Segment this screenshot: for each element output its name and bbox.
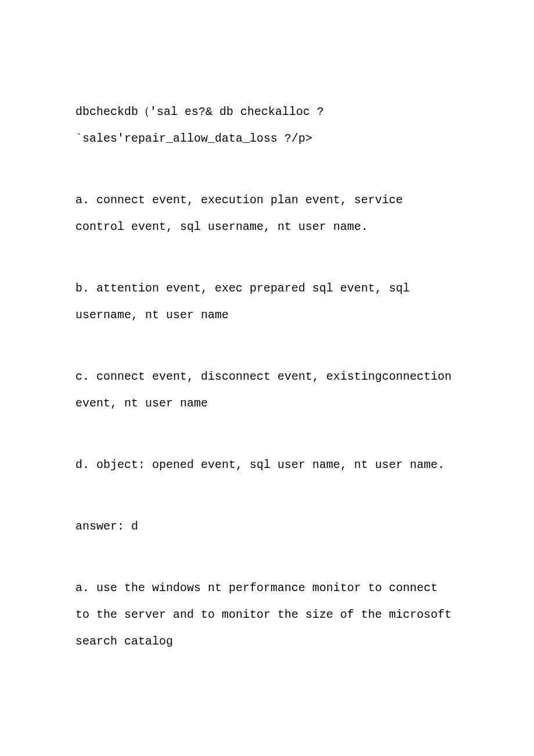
paragraph-code: dbcheckdb（'sal es?& db checkalloc ?`sale…	[75, 99, 459, 152]
paragraph-option-d: d. object: opened event, sql user name, …	[75, 452, 459, 478]
document-page: dbcheckdb（'sal es?& db checkalloc ?`sale…	[0, 0, 534, 748]
paragraph-option-b: b. attention event, exec prepared sql ev…	[75, 275, 459, 329]
paragraph-option-c: c. connect event, disconnect event, exis…	[75, 363, 459, 417]
paragraph-option-a: a. connect event, execution plan event, …	[75, 187, 459, 240]
paragraph-answer: answer: d	[75, 513, 459, 540]
paragraph-option-a2: a. use the windows nt performance monito…	[75, 575, 459, 655]
